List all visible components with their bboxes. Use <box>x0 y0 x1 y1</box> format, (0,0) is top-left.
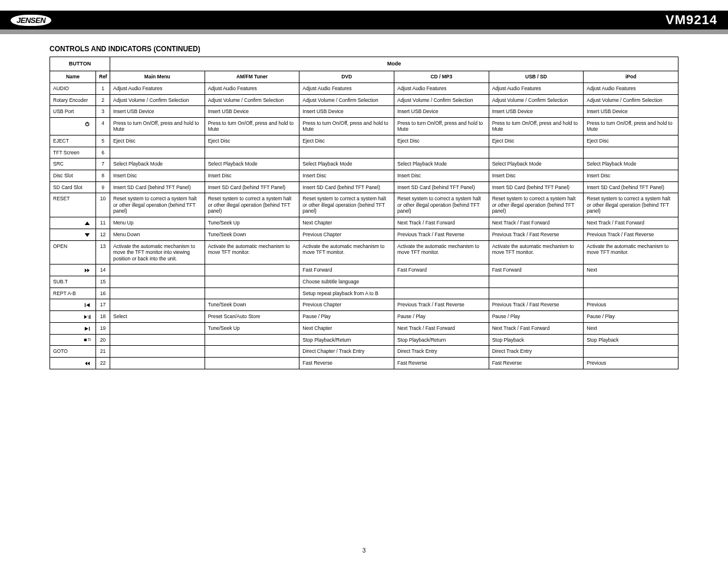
table-row: 18SelectPreset Scan/Auto StorePause / Pl… <box>50 311 678 323</box>
mode-cell: Reset system to correct a system halt or… <box>584 193 678 217</box>
table-row: Rotary Encoder2Adjust Volume / Confirm S… <box>50 94 678 106</box>
down-triangle-icon <box>84 232 91 238</box>
mode-cell: Adjust Audio Features <box>299 82 394 94</box>
mode-cell: Press to turn On/Off, press and hold to … <box>584 117 678 135</box>
mode-cell: Previous Track / Fast Reverse <box>489 299 584 311</box>
table-row: GOTO21Direct Chapter / Track EntryDirect… <box>50 346 678 358</box>
mode-cell <box>205 358 299 369</box>
mode-cell: Adjust Volume / Confirm Selection <box>299 94 394 106</box>
mode-cell: Adjust Volume / Confirm Selection <box>489 94 584 106</box>
mode-cell: Direct Chapter / Track Entry <box>299 346 394 358</box>
ref-cell: 19 <box>96 322 110 334</box>
ref-cell: 21 <box>96 346 110 358</box>
mode-cell <box>205 147 299 158</box>
mode-cell: Eject Disc <box>584 135 678 147</box>
col-cdmp3: CD / MP3 <box>394 71 489 83</box>
mode-cell: Activate the automatic mechanism to move… <box>489 240 584 265</box>
button-name-cell <box>50 322 96 334</box>
mode-cell: Insert SD Card (behind TFT Panel) <box>489 181 584 193</box>
mode-cell: Activate the automatic mechanism to move… <box>205 240 299 265</box>
play-pause-icon <box>84 314 91 320</box>
button-name-cell <box>50 265 96 276</box>
group-header-button: BUTTON <box>50 57 110 71</box>
mode-cell: Previous Chapter <box>299 299 394 311</box>
table-row: EJECT5Eject DiscEject DiscEject DiscEjec… <box>50 135 678 147</box>
mode-cell: Adjust Audio Features <box>584 82 678 94</box>
ref-cell: 11 <box>96 217 110 229</box>
button-name-cell: SUB.T <box>50 276 96 288</box>
mode-cell <box>489 276 584 288</box>
mode-cell <box>110 276 205 288</box>
mode-cell <box>110 358 205 369</box>
mode-cell: Tune/Seek Down <box>205 229 299 240</box>
ref-cell: 20 <box>96 334 110 346</box>
ref-cell: 17 <box>96 299 110 311</box>
up-triangle-icon <box>84 220 91 226</box>
mode-cell: Insert USB Device <box>394 106 489 118</box>
mode-cell <box>110 334 205 346</box>
table-row: 19Tune/Seek UpNext ChapterNext Track / F… <box>50 322 678 334</box>
mode-cell: Reset system to correct a system halt or… <box>299 193 394 217</box>
mode-cell: Eject Disc <box>299 135 394 147</box>
mode-cell: Pause / Play <box>299 311 394 323</box>
table-row: 22Fast ReverseFast ReverseFast ReversePr… <box>50 358 678 369</box>
ref-cell: 13 <box>96 240 110 265</box>
mode-cell: Adjust Audio Features <box>110 82 205 94</box>
mode-cell: Direct Track Entry <box>489 346 584 358</box>
button-name-cell: REPT A-B <box>50 287 96 299</box>
mode-cell: Adjust Volume / Confirm Selection <box>205 94 299 106</box>
mode-cell: Insert USB Device <box>205 106 299 118</box>
mode-cell: Eject Disc <box>205 135 299 147</box>
stop-return-icon <box>84 337 91 343</box>
mode-cell: Pause / Play <box>489 311 584 323</box>
col-usbsd: USB / SD <box>489 71 584 83</box>
table-row: REPT A-B16Setup repeat playback from A t… <box>50 287 678 299</box>
mode-cell: Adjust Volume / Confirm Selection <box>110 94 205 106</box>
mode-cell: Previous Track / Fast Reverse <box>394 299 489 311</box>
mode-cell: Stop Playback <box>489 334 584 346</box>
mode-cell: Insert Disc <box>584 170 678 181</box>
mode-cell <box>205 276 299 288</box>
divider-bar <box>0 29 728 34</box>
mode-cell <box>394 287 489 299</box>
ref-cell: 7 <box>96 158 110 170</box>
mode-cell <box>584 147 678 158</box>
table-row: 17Tune/Seek DownPrevious ChapterPrevious… <box>50 299 678 311</box>
mode-cell: Menu Up <box>110 217 205 229</box>
previous-track-icon <box>84 302 91 308</box>
mode-cell <box>110 265 205 276</box>
col-name: Name <box>50 71 96 83</box>
col-amfm: AM/FM Tuner <box>205 71 299 83</box>
mode-cell: Fast Forward <box>299 265 394 276</box>
section-title: CONTROLS AND INDICATORS (CONTINUED) <box>50 45 678 53</box>
mode-cell: Insert USB Device <box>489 106 584 118</box>
mode-cell: Tune/Seek Up <box>205 217 299 229</box>
mode-cell: Insert SD Card (behind TFT Panel) <box>299 181 394 193</box>
button-name-cell <box>50 334 96 346</box>
mode-cell: Reset system to correct a system halt or… <box>394 193 489 217</box>
mode-cell: Insert Disc <box>489 170 584 181</box>
button-name-cell <box>50 217 96 229</box>
ref-cell: 8 <box>96 170 110 181</box>
col-mainmenu: Main Menu <box>110 71 205 83</box>
svg-rect-13 <box>89 326 90 330</box>
mode-cell: Previous Chapter <box>299 229 394 240</box>
mode-cell: Direct Track Entry <box>394 346 489 358</box>
mode-cell: Setup repeat playback from A to B <box>299 287 394 299</box>
mode-cell <box>489 147 584 158</box>
button-name-cell: GOTO <box>50 346 96 358</box>
mode-cell: Select Playback Mode <box>489 158 584 170</box>
mode-cell <box>205 334 299 346</box>
mode-cell: Previous <box>584 299 678 311</box>
table-row: 11Menu UpTune/Seek UpNext ChapterNext Tr… <box>50 217 678 229</box>
mode-cell <box>299 147 394 158</box>
button-name-cell <box>50 311 96 323</box>
mode-cell: Select <box>110 311 205 323</box>
mode-cell: Insert Disc <box>299 170 394 181</box>
ref-cell: 15 <box>96 276 110 288</box>
mode-cell <box>110 147 205 158</box>
mode-cell: Next <box>584 265 678 276</box>
mode-cell: Select Playback Mode <box>394 158 489 170</box>
model-name: VM9214 <box>666 12 717 28</box>
mode-cell: Tune/Seek Down <box>205 299 299 311</box>
